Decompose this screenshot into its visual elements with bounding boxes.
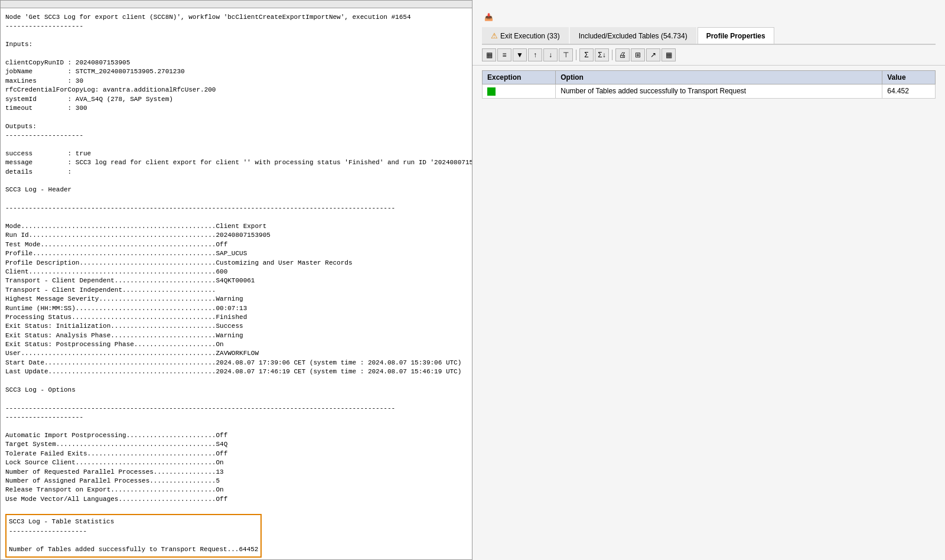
- filter2-button[interactable]: ⊤: [559, 48, 573, 61]
- export2-button[interactable]: ↗: [646, 48, 660, 61]
- tab-label: Profile Properties: [706, 32, 765, 40]
- excel-button[interactable]: ⊞: [631, 48, 645, 61]
- sep1: [576, 50, 576, 60]
- tabs-bar: ⚠Exit Execution (33)Included/Excluded Ta…: [482, 27, 936, 45]
- calendar-button[interactable]: ▦: [662, 48, 676, 61]
- download-icon: 📥: [484, 13, 493, 21]
- column-header-option: Option: [556, 71, 882, 84]
- data-table-container: ExceptionOptionValueNumber of Tables add…: [472, 66, 945, 560]
- tab-profile-properties[interactable]: Profile Properties: [698, 27, 774, 44]
- left-panel: Node 'Get SCC3 Log for export client (SC…: [0, 0, 472, 560]
- warning-icon: ⚠: [491, 31, 498, 40]
- status-indicator: [487, 87, 496, 96]
- right-header: 📥: [472, 0, 945, 27]
- sort-desc-button[interactable]: ↓: [543, 48, 558, 61]
- print-button[interactable]: 🖨: [615, 48, 630, 61]
- value-cell: 64.452: [882, 84, 936, 99]
- column-header-exception: Exception: [483, 71, 556, 84]
- tab-label: Included/Excluded Tables (54.734): [579, 32, 687, 40]
- exception-cell: [483, 84, 556, 99]
- tab-exit-execution[interactable]: ⚠Exit Execution (33): [482, 27, 569, 44]
- toolbar: ▦≡▼↑↓⊤ΣΣ↓🖨⊞↗▦: [472, 45, 945, 66]
- filter-button[interactable]: ▼: [513, 48, 527, 61]
- table-row: Number of Tables added successfully to T…: [483, 84, 936, 99]
- left-panel-content: Node 'Get SCC3 Log for export client (SC…: [1, 8, 472, 559]
- sum-button[interactable]: Σ: [579, 48, 594, 61]
- align-left-button[interactable]: ≡: [497, 48, 511, 61]
- highlighted-section: SCC3 Log - Table Statistics ------------…: [5, 514, 262, 558]
- column-header-value: Value: [882, 71, 936, 84]
- calc-button[interactable]: Σ↓: [595, 48, 609, 61]
- tab-label: Exit Execution (33): [500, 32, 560, 40]
- download-log-button[interactable]: 📥: [482, 12, 498, 22]
- option-cell: Number of Tables added successfully to T…: [556, 84, 882, 99]
- right-panel: 📥 ⚠Exit Execution (33)Included/Excluded …: [472, 0, 945, 560]
- export-spreadsheet-button[interactable]: ▦: [482, 48, 496, 61]
- sort-asc-button[interactable]: ↑: [528, 48, 542, 61]
- data-table: ExceptionOptionValueNumber of Tables add…: [482, 70, 936, 99]
- left-panel-header: [1, 1, 472, 8]
- tab-included-excluded[interactable]: Included/Excluded Tables (54.734): [570, 27, 696, 44]
- sep2: [612, 50, 612, 60]
